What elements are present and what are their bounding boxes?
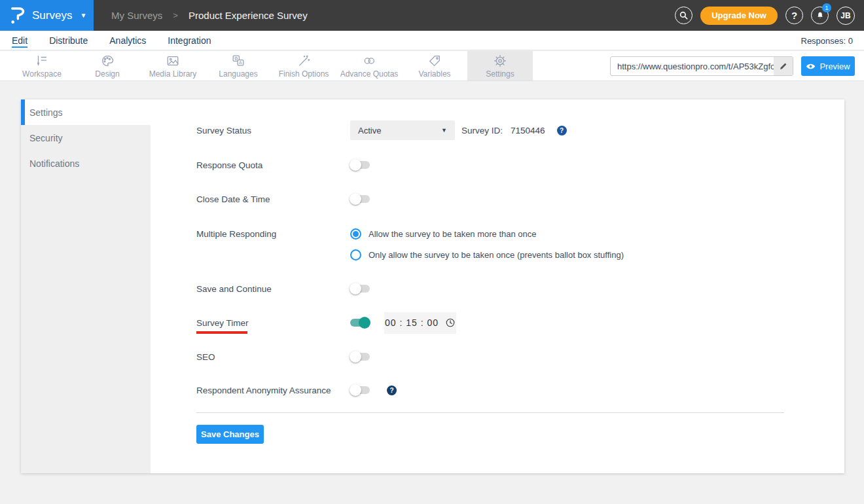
- close-date-row: Close Date & Time: [196, 189, 370, 209]
- breadcrumb-current: Product Experience Survey: [189, 10, 308, 21]
- toolbar-item-label: Languages: [219, 69, 257, 79]
- toolbar-item-design[interactable]: Design: [75, 51, 140, 81]
- survey-id-help-icon[interactable]: ?: [557, 126, 567, 135]
- close-date-label: Close Date & Time: [196, 194, 350, 204]
- survey-timer-label: Survey Timer: [196, 318, 350, 328]
- nav-tab-integration[interactable]: Integration: [168, 33, 211, 48]
- workspace-icon: [35, 54, 49, 68]
- product-switcher[interactable]: Surveys ▼: [0, 0, 94, 31]
- top-header-bar: Surveys ▼ My Surveys > Product Experienc…: [0, 0, 864, 31]
- respondent-anonymity-toggle[interactable]: [350, 384, 370, 396]
- survey-id-value: 7150446: [511, 126, 545, 135]
- notifications-button[interactable]: 1: [811, 7, 829, 24]
- save-continue-row: Save and Continue: [196, 279, 370, 298]
- toolbar-item-label: Settings: [486, 69, 514, 79]
- toolbar-item-label: Design: [95, 69, 119, 79]
- survey-status-dropdown[interactable]: Active ▼: [350, 120, 455, 140]
- toolbar-item-advance-quotas[interactable]: Advance Quotas: [336, 51, 402, 81]
- image-icon: [166, 54, 180, 68]
- radio-allow-once-label: Only allow the survey to be taken once (…: [369, 250, 624, 260]
- toolbar-item-workspace[interactable]: Workspace: [9, 51, 75, 81]
- survey-timer-value: 00 : 15 : 00: [385, 317, 439, 328]
- notification-count-badge: 1: [822, 3, 831, 12]
- breadcrumb-separator: >: [173, 10, 178, 20]
- toolbar-item-finish-options[interactable]: Finish Options: [271, 51, 336, 81]
- help-button[interactable]: ?: [785, 7, 803, 24]
- close-date-toggle[interactable]: [350, 193, 370, 205]
- response-quota-row: Response Quota: [196, 155, 370, 175]
- nav-tab-distribute[interactable]: Distribute: [49, 33, 88, 48]
- toolbar-item-label: Media Library: [149, 69, 197, 79]
- survey-id-label: Survey ID:: [461, 126, 503, 135]
- survey-timer-row: Survey Timer 00 : 15 : 00: [196, 312, 456, 334]
- question-mark-icon: ?: [791, 10, 797, 21]
- save-continue-toggle[interactable]: [350, 283, 370, 295]
- edit-url-button[interactable]: [774, 57, 793, 75]
- toolbar-item-label: Workspace: [22, 69, 62, 79]
- tag-icon: [427, 54, 442, 68]
- toolbar-item-label: Variables: [418, 69, 450, 79]
- respondent-anonymity-help-icon[interactable]: ?: [387, 386, 397, 395]
- toolbar-item-variables[interactable]: Variables: [402, 51, 467, 81]
- responses-count[interactable]: Responses: 0: [801, 31, 854, 50]
- sidebar-item-security[interactable]: Security: [21, 125, 151, 151]
- breadcrumb-parent[interactable]: My Surveys: [111, 10, 162, 21]
- survey-status-value: Active: [358, 126, 381, 135]
- translate-icon: A: [231, 54, 245, 68]
- survey-timer-duration-field[interactable]: 00 : 15 : 00: [384, 312, 456, 334]
- magic-wand-icon: [297, 54, 311, 68]
- form-divider: [196, 412, 784, 413]
- search-button[interactable]: [675, 7, 693, 24]
- preview-label: Preview: [819, 62, 850, 71]
- survey-timer-highlight: [196, 331, 247, 334]
- save-changes-button[interactable]: Save Changes: [196, 425, 264, 444]
- multiple-responding-option2-row: Only allow the survey to be taken once (…: [350, 245, 624, 264]
- seo-row: SEO: [196, 347, 370, 367]
- toolbar-item-label: Finish Options: [279, 69, 329, 79]
- multiple-responding-label: Multiple Responding: [196, 229, 350, 239]
- survey-url-input[interactable]: [611, 62, 774, 71]
- settings-card: Settings Security Notifications Survey S…: [21, 99, 844, 473]
- toolbar-items: Workspace Design Media Library A Languag…: [9, 51, 533, 81]
- user-avatar[interactable]: JB: [837, 7, 855, 25]
- eye-icon: [806, 63, 816, 70]
- palette-icon: [100, 54, 115, 68]
- sidebar-item-notifications[interactable]: Notifications: [21, 151, 151, 176]
- bell-icon: [816, 11, 825, 20]
- page-background: Settings Security Notifications Survey S…: [0, 81, 864, 504]
- search-icon: [679, 10, 689, 20]
- svg-text:A: A: [239, 60, 242, 65]
- response-quota-toggle[interactable]: [350, 159, 370, 171]
- seo-toggle[interactable]: [350, 351, 370, 363]
- questionpro-logo-icon: [10, 6, 26, 25]
- chevron-down-icon: ▼: [80, 12, 86, 19]
- survey-status-label: Survey Status: [196, 126, 350, 135]
- gear-icon: [493, 54, 507, 68]
- radio-allow-multiple[interactable]: [350, 228, 361, 240]
- sidebar-item-settings[interactable]: Settings: [21, 99, 151, 125]
- upgrade-now-button[interactable]: Upgrade Now: [700, 7, 778, 25]
- radio-allow-multiple-label: Allow the survey to be taken more than o…: [369, 229, 537, 239]
- toolbar-item-label: Advance Quotas: [340, 69, 399, 79]
- nav-tab-edit[interactable]: Edit: [12, 33, 27, 48]
- survey-timer-toggle[interactable]: [350, 317, 370, 329]
- toolbar-item-settings[interactable]: Settings: [467, 51, 533, 81]
- preview-button[interactable]: Preview: [801, 56, 855, 76]
- clock-icon: [445, 317, 456, 328]
- save-continue-label: Save and Continue: [196, 284, 350, 294]
- toolbar-item-media-library[interactable]: Media Library: [140, 51, 206, 81]
- chain-link-icon: [362, 54, 376, 68]
- response-quota-label: Response Quota: [196, 160, 350, 170]
- chevron-down-icon: ▼: [441, 127, 447, 134]
- survey-url-field[interactable]: [610, 56, 793, 76]
- toolbar-item-languages[interactable]: A Languages: [206, 51, 271, 81]
- respondent-anonymity-row: Respondent Anonymity Assurance ?: [196, 380, 397, 400]
- breadcrumb: My Surveys > Product Experience Survey: [111, 0, 308, 31]
- pencil-icon: [779, 62, 788, 71]
- nav-tab-analytics[interactable]: Analytics: [109, 33, 146, 48]
- header-actions: Upgrade Now ? 1 JB: [675, 0, 855, 31]
- multiple-responding-row: Multiple Responding Allow the survey to …: [196, 224, 537, 243]
- radio-allow-once[interactable]: [350, 249, 361, 261]
- product-name: Surveys: [32, 9, 72, 22]
- respondent-anonymity-label: Respondent Anonymity Assurance: [196, 386, 350, 395]
